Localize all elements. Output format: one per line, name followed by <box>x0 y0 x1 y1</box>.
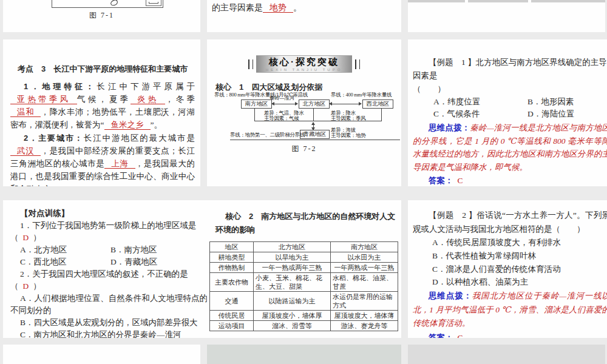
double-arrow-icon <box>272 104 297 104</box>
p1-text: ”。 <box>151 120 163 129</box>
banner-pinyin: HEXIN TANJIU TUPO <box>266 68 343 72</box>
fill-blank-dishi: 地势 <box>263 3 293 13</box>
diagram-qinling-huaihe-label: 秦岭—淮河 <box>270 95 294 101</box>
banner-title: 核心·探究突破HEXIN TANJIU TUPO <box>256 55 353 73</box>
q1-close: ） <box>33 233 41 242</box>
option-d: D．青藏地区 <box>110 257 157 266</box>
option-d: D．海陆位置 <box>527 109 574 118</box>
slide-example-1[interactable]: 【例题 1 】北方地区与南方地区界线确定的主导因素是 （ ） A．纬度位置B．地… <box>408 39 607 186</box>
paragraph-2-label: 2．主要城市： <box>24 133 84 143</box>
banner-title-text: 核心·探究突破 <box>269 56 339 67</box>
slide-example-2[interactable]: 【例题 2 】俗话说“一方水土养一方人”。下列景观或人文活动与我国北方地区相符的… <box>408 200 607 338</box>
fill-blank-shanghai: 上海 <box>104 159 135 169</box>
option-b: B．南方地区 <box>110 245 157 254</box>
option-b: B．代表性植被为常绿阔叶林 <box>413 249 607 263</box>
slide-hexin-2-table[interactable]: 核心 2 南方地区与北方地区的自然环境对人文环境的影响 地区 北方地区 南方地区… <box>207 200 401 338</box>
example-2-hint: 思维点拨：我国北方地区位于秦岭—淮河一线以北，1 月平均气温低于 0 ℃，滑雪、… <box>413 289 607 331</box>
double-arrow-vertical-icon <box>313 123 314 130</box>
example-1-hint: 思维点拨：秦岭—淮河一线是北方地区与南方地区的分界线，它是 1 月的 0 ℃等温… <box>413 121 607 174</box>
header-north: 北方地区 <box>254 242 331 252</box>
cell: 传统民居 <box>210 311 254 321</box>
continuation-sentence: 的主导因素是地势。 <box>212 2 396 13</box>
core-2-subtitle: 核心 2 南方地区与北方地区的自然环境对人文环境的影响 <box>215 210 398 237</box>
diagram-box-northwest-region: 西北地区 <box>362 99 393 109</box>
map-legend-box <box>146 0 161 6</box>
q2-answer: D <box>19 281 33 291</box>
practice-heading: 【对点训练】 <box>20 207 208 220</box>
q1-options-row-1: A．北方地区B．南方地区 <box>10 244 208 256</box>
cell: 运动项目 <box>210 321 254 331</box>
diagram-border-label-right: 界线：400 mm年等降水量线 <box>331 92 392 98</box>
kaodian-paragraph-2: 2．主要城市：长江中游地区的最大城市是武汉，是我国中部经济发展的重要支点；长江三… <box>10 132 195 186</box>
diagram-baseline <box>230 140 400 140</box>
answer-label: 答案： <box>429 176 453 185</box>
hint-label: 思维点拨： <box>429 291 472 300</box>
diagram-diff-bottom-2: 主导因素：地势 <box>331 133 365 138</box>
cell: 溜冰、滑雪等 <box>254 321 331 331</box>
cell: 以陆路运输为主 <box>254 292 331 311</box>
header-region: 地区 <box>210 242 254 252</box>
slide-cropped-table-bottom[interactable] <box>408 0 605 32</box>
fill-blank-yumizhixiang: 鱼米之乡 <box>104 120 151 130</box>
answer-value: C <box>453 176 467 185</box>
q1-answer: D <box>19 233 33 242</box>
cell: 一年一熟或两年三熟 <box>254 263 331 273</box>
next-slide-middle-top[interactable] <box>207 345 401 364</box>
cell: 屋顶坡度大，墙体薄 <box>331 311 398 321</box>
table-row: 耕地类型 以旱地为主 以水田为主 <box>210 252 398 263</box>
cell: 以旱地为主 <box>254 252 331 263</box>
cell: 作物熟制 <box>210 263 254 273</box>
example-1-options-row-1: A．纬度位置B．地形因素 <box>413 96 607 108</box>
kaodian-paragraph-1: 1．地理特征：长江中下游平原属于亚热带季风气候，夏季炎热，冬季温和，降水丰沛；地… <box>10 80 195 131</box>
q2-close: ） <box>33 281 41 291</box>
figure-caption: 图 7-1 <box>3 10 200 21</box>
next-slide-left-top[interactable] <box>3 345 200 364</box>
cell: 水稻、棉花、油菜、甘蔗 <box>331 273 398 292</box>
slide-figure-7-1-bottom[interactable]: 图 7-1 <box>3 0 200 32</box>
diagram-connector-line <box>254 108 255 121</box>
figure-caption: 图 7-2 <box>207 144 401 154</box>
diagram-border-label-bottom: 界线：地势第一、二级阶梯分界线 <box>230 132 305 138</box>
cell: 主要农作物 <box>210 273 254 292</box>
option-d: D．以种植水稻、油菜为主 <box>413 276 607 288</box>
p1-text: 气候，夏季 <box>77 95 131 104</box>
option-c: C．西北地区 <box>20 256 110 268</box>
p1-text: ，冬季 <box>165 95 195 104</box>
cell: 游泳、赛龙舟等 <box>331 321 398 331</box>
option-a: A．北方地区 <box>20 244 110 256</box>
answer-value: C <box>453 333 467 339</box>
fill-blank-summer: 炎热 <box>131 95 165 104</box>
question-2-stem: 2．关于我国四大地理区域的叙述，不正确的是（D） <box>10 268 208 292</box>
next-slide-right-top[interactable] <box>408 345 605 364</box>
option-c: C．溜冰是人们喜爱的传统体育活动 <box>413 263 607 276</box>
example-1-stem-line2: （ ） <box>413 83 607 96</box>
section-banner: 核心·探究突破HEXIN TANJIU TUPO <box>207 55 401 73</box>
banner-bars-icon <box>355 59 360 69</box>
diagram-box-south-region: 南方地区 <box>241 99 272 109</box>
cell: 一年两熟或一年三熟 <box>331 263 398 273</box>
kaodian-heading: 考点 3 长江中下游平原的地理特征和主要城市 <box>18 64 195 75</box>
table-header-row: 地区 北方地区 南方地区 <box>210 242 398 252</box>
diagram-connector-line <box>254 121 382 121</box>
slide-practice-questions[interactable]: 【对点训练】 1．下列位于我国地势第一级阶梯上的地理区域是（D） A．北方地区B… <box>3 200 213 338</box>
slide-kaodian-3[interactable]: 考点 3 长江中下游平原的地理特征和主要城市 1．地理特征：长江中下游平原属于亚… <box>3 39 200 186</box>
p2-text: 长江中游地区的最大城市是 <box>84 133 195 143</box>
paragraph-1-label: 1．地理特征： <box>24 82 97 91</box>
p1-text: 长江中下游平原属于 <box>97 82 195 91</box>
diagram-connector-line <box>313 108 314 121</box>
option-b: B．地形因素 <box>527 97 574 106</box>
cell: 交通 <box>210 292 254 311</box>
slide-continuation-text[interactable]: 的主导因素是地势。 <box>207 0 401 32</box>
island-shape <box>110 0 118 6</box>
diagram-box-north-region: 北方地区 <box>299 99 330 109</box>
cell: 耕地类型 <box>210 252 254 263</box>
fill-blank-winter: 温和 <box>10 107 41 117</box>
slide-hexin-1-diagram[interactable]: 核心·探究突破HEXIN TANJIU TUPO 核心 1 四大区域及划分依据 … <box>207 39 401 186</box>
cell: 水运仍是常用的运输方式 <box>331 292 398 311</box>
map-scale-icon <box>149 2 158 4</box>
sentence-suffix: 。 <box>293 3 302 12</box>
table-row: 运动项目 溜冰、滑雪等 游泳、赛龙舟等 <box>210 321 398 331</box>
option-a: A．传统民居屋顶坡度大，有利排水 <box>413 236 607 249</box>
example-1-answer-line: 答案：C <box>413 174 607 186</box>
figure-7-1-map <box>52 0 163 8</box>
